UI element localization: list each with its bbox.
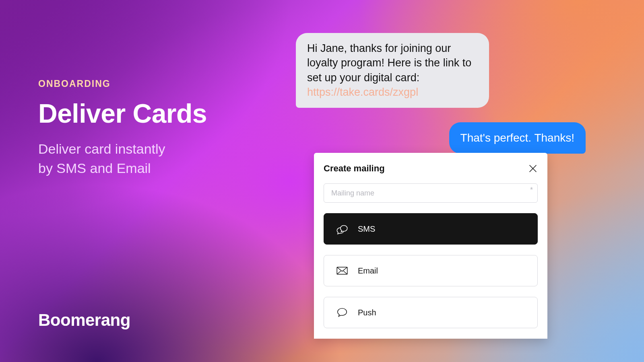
- mailing-name-field-wrap: *: [324, 183, 538, 203]
- chat-preview: Hi Jane, thanks for joining our loyalty …: [296, 33, 586, 154]
- mailing-option-sms[interactable]: SMS: [324, 213, 538, 245]
- brand-logo: Boomerang: [38, 311, 130, 330]
- chat-bubble-incoming: Hi Jane, thanks for joining our loyalty …: [296, 33, 489, 108]
- panel-title: Create mailing: [324, 163, 385, 174]
- panel-header: Create mailing: [324, 163, 538, 174]
- eyebrow-label: ONBOARDING: [38, 78, 207, 89]
- subhead-line: Deliver card instantly: [38, 141, 165, 156]
- create-mailing-panel: Create mailing * SMS: [314, 153, 547, 339]
- subhead-line: by SMS and Email: [38, 160, 151, 176]
- chat-bubble-outgoing: That's perfect. Thanks!: [449, 122, 586, 154]
- option-label: SMS: [358, 224, 375, 234]
- close-icon[interactable]: [528, 164, 538, 173]
- mailing-name-input[interactable]: [324, 183, 538, 203]
- envelope-icon: [335, 264, 349, 278]
- mailing-option-push[interactable]: Push: [324, 297, 538, 328]
- option-label: Push: [358, 308, 376, 317]
- chat-incoming-link: https://take.cards/zxgpl: [307, 86, 418, 98]
- chat-incoming-text: Hi Jane, thanks for joining our loyalty …: [307, 42, 471, 84]
- speech-bubble-icon: [335, 306, 349, 319]
- promo-copy: ONBOARDING Deliver Cards Deliver card in…: [38, 78, 207, 178]
- chat-outgoing-text: That's perfect. Thanks!: [460, 132, 574, 144]
- headline: Deliver Cards: [38, 100, 207, 128]
- chat-bubble-icon: [335, 222, 349, 236]
- mailing-option-email[interactable]: Email: [324, 255, 538, 286]
- subheadline: Deliver card instantly by SMS and Email: [38, 140, 207, 178]
- option-label: Email: [358, 266, 378, 276]
